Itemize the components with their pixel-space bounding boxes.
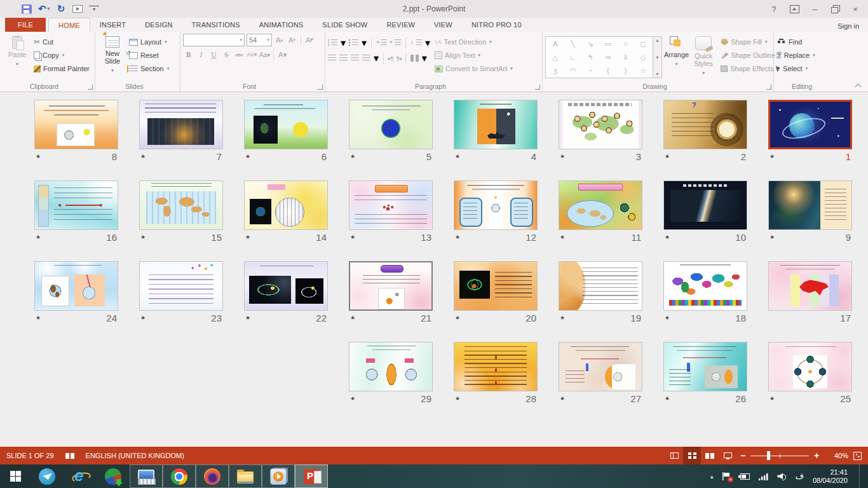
tab-view[interactable]: VIEW [424, 18, 462, 32]
sign-in-link[interactable]: Sign in [837, 22, 859, 30]
redo-icon[interactable]: ↻ [56, 3, 66, 15]
underline-button[interactable]: U [208, 49, 219, 60]
columns-icon[interactable] [410, 55, 419, 62]
save-icon[interactable] [22, 4, 32, 14]
new-slide-button[interactable]: New Slide ▾ [98, 34, 127, 81]
ribbon-display-options-button[interactable] [785, 2, 803, 16]
clipboard-dialog-launcher[interactable] [88, 85, 93, 90]
start-slideshow-icon[interactable] [72, 5, 83, 13]
slide-thumbnail-15[interactable] [139, 180, 223, 230]
taskbar-file-explorer[interactable] [229, 464, 262, 488]
character-spacing-button[interactable]: AV▾ [247, 49, 257, 60]
align-center-icon[interactable] [339, 55, 348, 62]
slide-thumbnail-13[interactable] [349, 180, 433, 230]
normal-view-button[interactable] [665, 447, 683, 464]
justify-icon[interactable] [362, 55, 370, 62]
taskbar-powerpoint[interactable] [295, 464, 328, 488]
action-center-flag-icon[interactable] [722, 472, 731, 480]
increase-font-size-button[interactable]: A▴ [274, 34, 285, 46]
shape-fill-button[interactable]: Shape Fill▾ [721, 36, 780, 48]
shape-effects-button[interactable]: Shape Effects▾ [721, 63, 780, 74]
font-color-button[interactable]: A▾ [277, 49, 288, 60]
font-size-combo[interactable]: 54▾ [247, 34, 272, 46]
slide-thumbnail-27[interactable] [559, 342, 642, 391]
collapse-ribbon-button[interactable] [855, 83, 862, 88]
help-button[interactable]: ? [765, 2, 783, 16]
find-button[interactable]: Find [776, 36, 815, 48]
text-direction-button[interactable]: ↕AText Direction▾ [435, 36, 513, 48]
reset-button[interactable]: Reset [129, 50, 169, 61]
change-case-button[interactable]: Aa▾ [259, 49, 270, 60]
increase-indent-icon[interactable] [390, 39, 401, 46]
copy-button[interactable]: Copy▾ [34, 50, 90, 61]
section-button[interactable]: Section▾ [129, 63, 169, 74]
zoom-slider[interactable] [750, 451, 809, 460]
align-right-icon[interactable] [351, 55, 359, 62]
slide-thumbnail-20[interactable] [454, 261, 538, 311]
restore-button[interactable] [826, 2, 844, 16]
taskbar-clock[interactable]: 21:41 08/04/2020 [813, 468, 850, 485]
slide-thumbnail-3[interactable] [559, 100, 642, 149]
slide-thumbnail-8[interactable] [34, 100, 118, 149]
tab-review[interactable]: REVIEW [377, 18, 424, 32]
slide-thumbnail-16[interactable] [34, 180, 118, 230]
elbow-arrow-connector-shape[interactable]: ↰ [588, 53, 593, 61]
start-button[interactable] [0, 464, 31, 488]
slide-thumbnail-25[interactable] [768, 342, 852, 391]
replace-button[interactable]: Replace▾ [776, 50, 815, 61]
cut-button[interactable]: Cut [34, 36, 90, 48]
slide-thumbnail-23[interactable] [139, 261, 223, 311]
power-plug-icon[interactable] [740, 473, 750, 480]
taskbar-firefox[interactable] [196, 464, 229, 488]
taskbar-idm[interactable] [97, 464, 130, 488]
italic-button[interactable]: I [196, 49, 207, 60]
taskbar-telegram[interactable] [31, 464, 64, 488]
taskbar-media-player[interactable] [262, 464, 295, 488]
slide-thumbnail-21[interactable] [349, 261, 433, 311]
tab-home[interactable]: HOME [48, 18, 90, 32]
curve-shape[interactable]: ~ [588, 67, 592, 74]
slide-sorter-view-button[interactable] [683, 447, 701, 464]
left-to-right-icon[interactable]: ▸¶ [388, 55, 393, 62]
slide-thumbnail-12[interactable] [454, 180, 538, 230]
language-status[interactable]: ENGLISH (UNITED KINGDOM) [86, 452, 184, 459]
show-desktop-button[interactable] [859, 464, 863, 488]
rounded-rectangle-shape[interactable]: ◻ [641, 40, 646, 48]
slide-thumbnail-7[interactable] [139, 100, 223, 149]
layout-button[interactable]: Layout▾ [129, 36, 169, 48]
slide-thumbnail-9[interactable] [768, 180, 852, 230]
select-button[interactable]: Select▾ [776, 63, 815, 74]
volume-icon[interactable] [777, 473, 786, 480]
zoom-slider-thumb[interactable] [767, 451, 770, 460]
spell-check-icon[interactable] [65, 452, 74, 459]
tab-transitions[interactable]: TRANSITIONS [182, 18, 250, 32]
undo-icon[interactable]: ↶▾ [38, 3, 50, 15]
taskbar-internet-explorer[interactable] [64, 464, 97, 488]
shape-gallery-scrollbar[interactable]: ▲▼▼ [653, 36, 662, 78]
bullets-icon[interactable] [328, 39, 337, 46]
isosceles-triangle-shape[interactable]: △ [553, 53, 558, 61]
align-text-button[interactable]: Align Text▾ [435, 50, 513, 61]
tab-file[interactable]: FILE [5, 18, 46, 32]
slide-thumbnail-1[interactable] [768, 100, 852, 149]
star-shape[interactable]: ☆ [640, 67, 646, 74]
decrease-indent-icon[interactable] [376, 39, 387, 46]
slide-thumbnail-10[interactable] [663, 180, 747, 230]
customize-qat-icon[interactable]: ▾ [89, 6, 99, 12]
reading-view-button[interactable] [701, 447, 719, 464]
tab-nitro-pro-10[interactable]: NITRO PRO 10 [462, 18, 531, 32]
slide-thumbnail-17[interactable] [768, 261, 852, 311]
clear-formatting-button[interactable]: A◤ [304, 34, 315, 46]
slide-thumbnail-19[interactable] [559, 261, 642, 311]
right-brace-shape[interactable]: } [625, 67, 627, 74]
zoom-out-button[interactable]: − [738, 451, 748, 461]
slide-thumbnail-11[interactable] [559, 180, 642, 230]
right-to-left-icon[interactable]: ¶◂ [396, 55, 400, 62]
text-box-shape[interactable]: A [553, 40, 557, 48]
taskbar-chrome[interactable] [163, 464, 196, 488]
arc-shape[interactable]: ◠ [570, 67, 576, 74]
minimize-button[interactable]: – [806, 2, 824, 16]
taskbar-on-screen-keyboard[interactable] [130, 464, 163, 488]
rectangle-shape[interactable]: ▭ [605, 40, 611, 48]
zoom-level[interactable]: 40% [825, 452, 848, 459]
